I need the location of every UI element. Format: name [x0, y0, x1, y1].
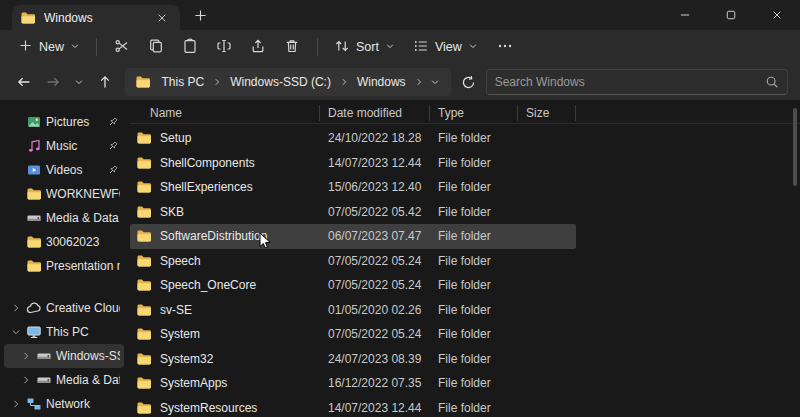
sidebar-item-windows-ssd[interactable]: Windows-SSD ...: [4, 344, 124, 368]
maximize-button[interactable]: [708, 0, 754, 30]
folder-icon: [136, 155, 152, 171]
address-dropdown-icon[interactable]: [425, 77, 445, 87]
sidebar-item-worknewfold[interactable]: WORKNEWFOLD: [4, 182, 124, 206]
breadcrumb-chevron-icon[interactable]: [211, 77, 223, 87]
sidebar-list: Pictures Music Videos WORKNEWFOLD Media …: [0, 100, 128, 417]
recent-locations-button[interactable]: [68, 68, 89, 96]
sidebar-item-media-data[interactable]: Media & Data ...: [4, 368, 124, 392]
file-type: File folder: [430, 156, 518, 170]
file-row[interactable]: Setup 24/10/2022 18.28 File folder: [130, 126, 576, 151]
file-row[interactable]: SoftwareDistribution 06/07/2023 07.47 Fi…: [130, 224, 576, 249]
up-button[interactable]: [91, 68, 118, 96]
sidebar-item-label: Media & Data (I: [46, 211, 120, 225]
cut-button[interactable]: [105, 33, 139, 61]
file-name: SoftwareDistribution: [160, 229, 267, 243]
column-header-name[interactable]: Name: [130, 105, 320, 121]
file-row[interactable]: System 07/05/2022 05.24 File folder: [130, 322, 576, 347]
share-button[interactable]: [241, 33, 275, 61]
chevron-right-icon[interactable]: [10, 398, 22, 410]
cloud-icon: [26, 300, 42, 316]
back-button[interactable]: [10, 68, 37, 96]
new-tab-button[interactable]: [190, 5, 210, 25]
rename-button[interactable]: [207, 33, 241, 61]
paste-button[interactable]: [173, 33, 207, 61]
file-row[interactable]: Speech 07/05/2022 05.24 File folder: [130, 249, 576, 274]
view-button[interactable]: View: [405, 33, 486, 61]
share-icon: [250, 38, 266, 57]
file-row[interactable]: Speech_OneCore 07/05/2022 05.24 File fol…: [130, 273, 576, 298]
plus-icon: [18, 38, 33, 56]
chevron-down-icon: [468, 40, 478, 54]
sort-button[interactable]: Sort: [326, 33, 403, 61]
folder-icon: [136, 375, 152, 391]
file-type: File folder: [430, 131, 518, 145]
file-row[interactable]: SystemResources 14/07/2023 12.44 File fo…: [130, 396, 576, 417]
sidebar-item-label: Presentation ma: [46, 259, 120, 273]
minimize-button[interactable]: [662, 0, 708, 30]
chevron-right-icon[interactable]: [20, 374, 32, 386]
delete-button[interactable]: [275, 33, 309, 61]
breadcrumb-windows[interactable]: Windows: [350, 75, 413, 89]
sidebar-item-creative-cloud-f[interactable]: Creative Cloud F: [4, 296, 124, 320]
file-pane: Name Date modified Type Size Setup 24/10…: [128, 100, 800, 417]
sidebar-item-music[interactable]: Music: [4, 134, 124, 158]
copy-button[interactable]: [139, 33, 173, 61]
file-type: File folder: [430, 254, 518, 268]
file-date-modified: 07/05/2022 05.42: [320, 205, 430, 219]
file-row[interactable]: SKB 07/05/2022 05.42 File folder: [130, 200, 576, 225]
file-date-modified: 07/05/2022 05.24: [320, 278, 430, 292]
refresh-button[interactable]: [455, 68, 482, 96]
chevron-down-icon[interactable]: [10, 326, 22, 338]
breadcrumb-windows-ssd[interactable]: Windows-SSD (C:): [223, 75, 338, 89]
breadcrumb-this-pc[interactable]: This PC: [155, 75, 212, 89]
chevron-right-icon[interactable]: [10, 302, 22, 314]
more-options-button[interactable]: [488, 33, 522, 61]
tab-title: Windows: [44, 11, 144, 25]
close-button[interactable]: [754, 0, 800, 30]
file-name: SKB: [160, 205, 184, 219]
sidebar-item-this-pc[interactable]: This PC: [4, 320, 124, 344]
command-bar: New Sort View: [0, 30, 800, 64]
new-button[interactable]: New: [10, 33, 88, 61]
file-row[interactable]: ShellComponents 14/07/2023 12.44 File fo…: [130, 151, 576, 176]
sidebar-item-presentation-ma[interactable]: Presentation ma: [4, 254, 124, 278]
search-input[interactable]: [495, 75, 759, 89]
sidebar-item-label: Music: [46, 139, 102, 153]
rename-icon: [216, 38, 232, 57]
sidebar-item-label: This PC: [46, 325, 120, 339]
file-row[interactable]: System32 24/07/2023 08.39 File folder: [130, 347, 576, 372]
sidebar-item-label: Windows-SSD ...: [56, 349, 120, 363]
column-header-size[interactable]: Size: [518, 105, 576, 121]
sidebar-item-30062023[interactable]: 30062023: [4, 230, 124, 254]
sidebar-item-videos[interactable]: Videos: [4, 158, 124, 182]
file-row[interactable]: SystemApps 16/12/2022 07.35 File folder: [130, 371, 576, 396]
search-box[interactable]: [486, 69, 788, 95]
sidebar-item-network[interactable]: Network: [4, 392, 124, 416]
column-header-type[interactable]: Type: [430, 105, 518, 121]
sidebar-item-label: 30062023: [46, 235, 120, 249]
column-header-date-modified[interactable]: Date modified: [320, 105, 430, 121]
sidebar-item-label: Media & Data ...: [56, 373, 120, 387]
file-row[interactable]: sv-SE 01/05/2020 02.26 File folder: [130, 298, 576, 323]
sidebar-item-pictures[interactable]: Pictures: [4, 110, 124, 134]
file-type: File folder: [430, 327, 518, 341]
sidebar-item-media-data-i[interactable]: Media & Data (I: [4, 206, 124, 230]
cut-icon: [114, 38, 130, 57]
explorer-tab[interactable]: Windows: [12, 5, 180, 30]
file-date-modified: 07/05/2022 05.24: [320, 254, 430, 268]
file-date-modified: 06/07/2023 07.47: [320, 229, 430, 243]
file-type: File folder: [430, 278, 518, 292]
forward-button[interactable]: [39, 68, 66, 96]
breadcrumb-chevron-icon[interactable]: [413, 77, 425, 87]
scrollbar-thumb[interactable]: [793, 108, 797, 186]
file-row[interactable]: ShellExperiences 15/06/2023 12.40 File f…: [130, 175, 576, 200]
file-type: File folder: [430, 376, 518, 390]
chevron-right-icon[interactable]: [20, 350, 32, 362]
tab-close-icon[interactable]: [152, 8, 172, 28]
file-name: Speech: [160, 254, 201, 268]
drive-icon: [36, 372, 52, 388]
file-list: Setup 24/10/2022 18.28 File folder Shell…: [128, 126, 800, 417]
pin-icon: [106, 116, 120, 128]
breadcrumb[interactable]: This PC Windows-SSD (C:) Windows: [125, 68, 451, 96]
breadcrumb-chevron-icon[interactable]: [338, 77, 350, 87]
